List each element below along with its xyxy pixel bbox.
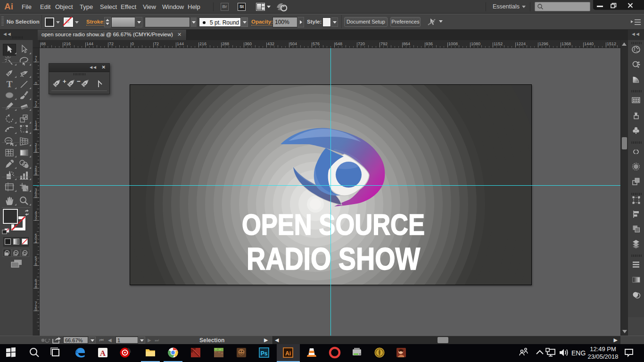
svg-text:RADIO SHOW: RADIO SHOW — [247, 241, 421, 276]
svg-text:T: T — [7, 79, 13, 89]
svg-text:OPEN SOURCE: OPEN SOURCE — [242, 208, 425, 241]
svg-text:Ai: Ai — [285, 350, 291, 357]
svg-text:A: A — [100, 349, 106, 358]
svg-text:Ps: Ps — [261, 350, 268, 357]
